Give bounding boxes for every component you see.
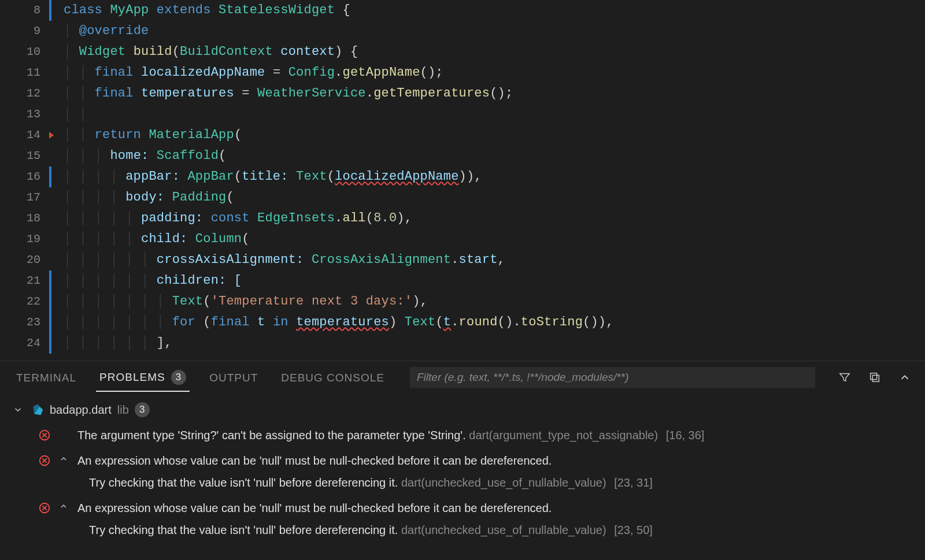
error-icon (38, 429, 51, 442)
chevron-up-icon[interactable] (59, 454, 69, 463)
problems-list: badapp.dart lib 3 The argument type 'Str… (0, 394, 925, 543)
error-icon (38, 454, 51, 467)
line-number: 14 (0, 125, 46, 146)
bottom-panel: TERMINAL PROBLEMS 3 OUTPUT DEBUG CONSOLE (0, 361, 925, 560)
file-name: badapp.dart (50, 403, 112, 417)
filter-icon[interactable] (837, 370, 852, 385)
code-line[interactable]: │ │ │ │ │ child: Column( (46, 229, 250, 250)
code-line[interactable]: │ │ │ │ │ │ children: [ (46, 270, 242, 291)
svg-rect-1 (872, 375, 879, 381)
tab-debug-console[interactable]: DEBUG CONSOLE (278, 365, 388, 390)
code-line[interactable]: │ │ │ │ body: Padding( (46, 187, 234, 208)
problem-item[interactable]: An expression whose value can be 'null' … (0, 495, 925, 521)
problems-filter-input[interactable] (410, 367, 815, 388)
line-number: 21 (0, 270, 46, 291)
line-number: 24 (0, 333, 46, 354)
line-number: 22 (0, 291, 46, 312)
line-number: 17 (0, 187, 46, 208)
code-line[interactable]: │ │ final temperatures = WeatherService.… (46, 83, 513, 104)
tab-output[interactable]: OUTPUT (206, 365, 261, 390)
code-line[interactable]: │ │ │ │ │ │ ], (46, 333, 172, 354)
problem-item[interactable]: An expression whose value can be 'null' … (0, 448, 925, 473)
tab-terminal[interactable]: TERMINAL (13, 365, 80, 390)
tab-problems[interactable]: PROBLEMS 3 (96, 363, 190, 392)
error-icon (38, 502, 51, 514)
code-line[interactable]: class MyApp extends StatelessWidget { (46, 0, 350, 21)
code-editor[interactable]: 8 class MyApp extends StatelessWidget { … (0, 0, 925, 361)
chevron-up-icon[interactable] (59, 502, 69, 511)
code-line[interactable]: │ Widget build(BuildContext context) { (46, 42, 358, 62)
line-number: 19 (0, 229, 46, 250)
line-number: 10 (0, 42, 46, 62)
code-line[interactable]: │ @override (46, 21, 149, 42)
code-line[interactable]: │ │ │ │ │ │ crossAxisAlignment: CrossAxi… (46, 250, 505, 270)
code-line[interactable]: │ │ │ home: Scaffold( (46, 146, 226, 166)
line-number: 8 (0, 0, 46, 21)
line-number: 13 (0, 104, 46, 125)
problem-detail: Try checking that the value isn't 'null'… (0, 473, 925, 495)
svg-rect-0 (871, 373, 877, 380)
line-number: 23 (0, 312, 46, 333)
chevron-down-icon[interactable] (13, 405, 23, 415)
chevron-up-icon[interactable] (897, 370, 912, 385)
line-number: 18 (0, 208, 46, 229)
dart-file-icon (31, 403, 44, 416)
code-line[interactable]: │ │ return MaterialApp( (46, 125, 242, 146)
panel-tabs: TERMINAL PROBLEMS 3 OUTPUT DEBUG CONSOLE (0, 361, 925, 394)
problem-detail: Try checking that the value isn't 'null'… (0, 521, 925, 543)
problem-item[interactable]: The argument type 'String?' can't be ass… (0, 422, 925, 448)
file-folder: lib (117, 403, 129, 417)
code-line[interactable]: │ │ │ │ │ │ │ for (final t in temperatur… (46, 312, 614, 333)
line-number: 15 (0, 146, 46, 166)
line-number: 20 (0, 250, 46, 270)
line-number: 12 (0, 83, 46, 104)
code-line[interactable]: │ │ │ │ appBar: AppBar(title: Text(local… (46, 166, 482, 187)
problems-file-group[interactable]: badapp.dart lib 3 (0, 397, 925, 422)
line-number: 16 (0, 166, 46, 187)
file-problem-count: 3 (135, 402, 150, 417)
code-line[interactable]: │ │ (46, 104, 95, 125)
problems-count-badge: 3 (171, 370, 186, 385)
code-line[interactable]: │ │ │ │ │ padding: const EdgeInsets.all(… (46, 208, 412, 229)
line-number: 9 (0, 21, 46, 42)
collapse-all-icon[interactable] (867, 370, 882, 385)
code-line[interactable]: │ │ final localizedAppName = Config.getA… (46, 62, 443, 83)
code-line[interactable]: │ │ │ │ │ │ │ Text('Temperature next 3 d… (46, 291, 428, 312)
line-number: 11 (0, 62, 46, 83)
